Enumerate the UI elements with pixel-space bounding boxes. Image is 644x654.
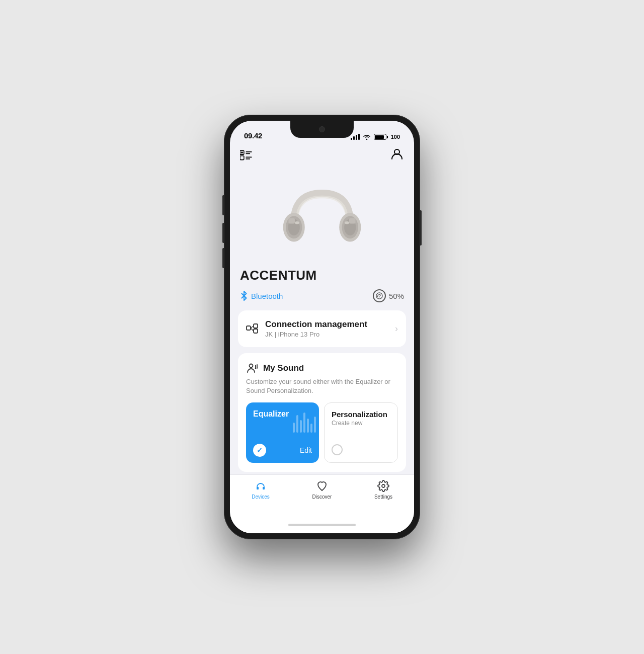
headphone-nav-icon (255, 480, 267, 492)
battery-label: 100 (391, 134, 400, 140)
home-indicator (230, 516, 414, 533)
personalization-title: Personalization (332, 410, 390, 419)
notch (290, 121, 354, 138)
sound-options: Equalizer (246, 402, 398, 463)
app-header (230, 143, 414, 169)
bluetooth-status: Bluetooth (240, 291, 283, 301)
connection-info: Connection management JK | iPhone 13 Pro (265, 319, 395, 338)
svg-point-19 (376, 293, 382, 299)
nav-label-discover: Discover (312, 494, 332, 500)
bluetooth-icon (240, 291, 248, 301)
chevron-right-icon: › (395, 323, 398, 334)
app-content: ACCENTUM Bluetooth (230, 169, 414, 474)
phone-screen: 09.42 10 (230, 121, 414, 533)
nav-item-discover[interactable]: Discover (291, 480, 353, 500)
personalization-radio[interactable] (332, 444, 343, 455)
phone-frame: 09.42 10 (224, 115, 420, 539)
eq-edit-label[interactable]: Edit (300, 446, 312, 454)
svg-rect-15 (288, 218, 295, 224)
connection-title: Connection management (265, 319, 395, 330)
headphone-battery-status: 50% (373, 289, 404, 302)
svg-rect-3 (240, 156, 244, 160)
nav-item-devices[interactable]: Devices (230, 480, 291, 500)
connection-management-card[interactable]: Connection management JK | iPhone 13 Pro… (238, 310, 406, 347)
nav-item-settings[interactable]: Settings (353, 480, 414, 500)
bottom-nav: Devices Discover Settings (230, 474, 414, 516)
battery-percent-label: 50% (389, 292, 404, 300)
status-icons: 100 (351, 134, 400, 140)
battery-icon (374, 134, 388, 140)
svg-point-20 (379, 296, 380, 297)
eq-waves (293, 407, 316, 433)
svg-point-30 (257, 367, 258, 368)
svg-point-31 (382, 484, 385, 487)
nav-label-settings: Settings (374, 494, 392, 500)
personalization-option[interactable]: Personalization Create new (324, 402, 398, 463)
connection-subtitle: JK | iPhone 13 Pro (265, 331, 395, 338)
camera (319, 126, 325, 132)
headphones-section (238, 169, 406, 268)
headphone-battery-icon (373, 289, 386, 302)
svg-rect-21 (247, 326, 251, 330)
nav-label-devices: Devices (252, 494, 270, 500)
my-sound-icon (246, 362, 258, 374)
svg-point-18 (295, 221, 299, 224)
svg-rect-16 (349, 218, 356, 224)
signal-icon (351, 134, 360, 140)
add-device-button[interactable] (240, 148, 254, 162)
device-status-row: Bluetooth 50% (238, 289, 406, 310)
svg-point-17 (345, 221, 349, 224)
my-sound-description: Customize your sound either with the Equ… (246, 377, 398, 395)
status-time: 09.42 (244, 131, 262, 140)
svg-line-25 (251, 328, 254, 331)
profile-button[interactable] (390, 147, 404, 163)
headphones-image (277, 179, 367, 260)
my-sound-header: My Sound (246, 362, 398, 374)
connection-icon (246, 322, 258, 336)
equalizer-option[interactable]: Equalizer (246, 402, 319, 463)
svg-rect-23 (254, 329, 258, 333)
eq-check-icon: ✓ (253, 444, 266, 457)
svg-point-29 (255, 368, 256, 369)
svg-rect-22 (254, 324, 258, 328)
device-name: ACCENTUM (238, 268, 406, 289)
svg-point-26 (250, 364, 253, 368)
gear-nav-icon (377, 480, 389, 492)
wifi-icon (363, 134, 371, 140)
bluetooth-label: Bluetooth (251, 292, 283, 300)
my-sound-card: My Sound Customize your sound either wit… (238, 353, 406, 472)
my-sound-title: My Sound (263, 363, 304, 373)
personalization-subtitle: Create new (332, 420, 390, 427)
heart-nav-icon (316, 480, 328, 492)
